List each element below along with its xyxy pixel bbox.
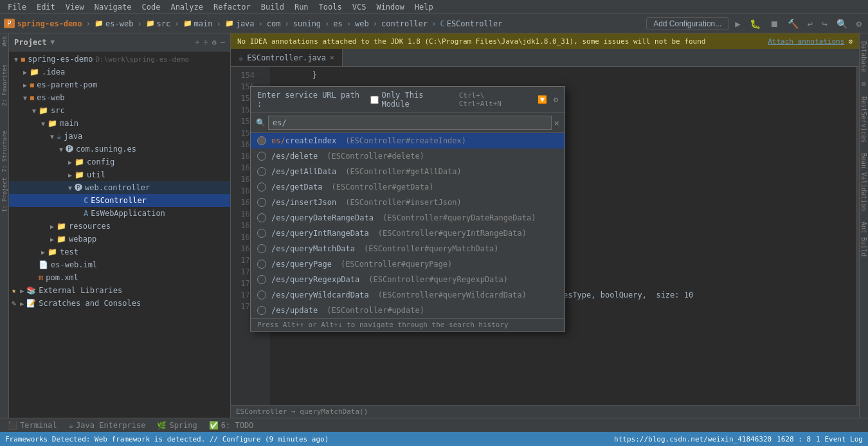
tree-package[interactable]: ▼ 🅟 com.suning.es — [9, 143, 230, 156]
tree-iml[interactable]: 📄 es-web.iml — [9, 258, 230, 271]
menu-run[interactable]: Run — [289, 1, 314, 13]
tree-parent-pom[interactable]: ▶ ◼ es-parent-pom — [9, 78, 230, 91]
menu-help[interactable]: Help — [410, 1, 439, 13]
service-url-input[interactable] — [268, 116, 552, 130]
menu-build[interactable]: Build — [256, 1, 289, 13]
expand-arrow[interactable]: ▶ — [48, 223, 57, 230]
expand-arrow[interactable]: ▼ — [39, 120, 48, 127]
tree-pom[interactable]: m pom.xml — [9, 271, 230, 284]
add-icon[interactable]: + — [195, 38, 199, 47]
menu-navigate[interactable]: Navigate — [89, 1, 137, 13]
settings-popup-icon[interactable]: ⚙ — [554, 95, 558, 104]
build-button[interactable]: 🔨 — [785, 17, 801, 30]
tree-eswebapp[interactable]: A EsWebApplication — [9, 207, 230, 220]
tree-util[interactable]: ▶ 📁 util — [9, 168, 230, 181]
menu-vcs[interactable]: VCS — [347, 1, 372, 13]
expand-arrow[interactable]: ▶ — [66, 172, 75, 179]
bc-controller[interactable]: controller — [381, 19, 428, 28]
result-item-createindex[interactable]: es/createIndex (ESController#createIndex… — [251, 133, 565, 148]
menu-view[interactable]: View — [60, 1, 89, 13]
menu-analyze[interactable]: Analyze — [165, 1, 208, 13]
expand-arrow[interactable]: ▶ — [21, 69, 30, 76]
bc-suning[interactable]: suning — [293, 19, 321, 28]
bottom-tab-spring[interactable]: 🌿 Spring — [152, 420, 202, 431]
result-item-queryregexp[interactable]: /es/queryRegexpData (ESController#queryR… — [251, 272, 565, 287]
bc-es[interactable]: es — [333, 19, 342, 28]
tree-root[interactable]: ▼ ◼ spring-es-demo D:\work\spring-es-dem… — [9, 53, 230, 66]
only-this-module-checkbox[interactable] — [370, 96, 379, 104]
result-item-getalldata[interactable]: /es/getAllData (ESController#getAllData) — [251, 164, 565, 179]
sidebar-tab-web[interactable]: Web — [1, 36, 8, 46]
bc-web[interactable]: web — [355, 19, 369, 28]
menu-refactor[interactable]: Refactor — [208, 1, 256, 13]
bc-main[interactable]: 📁 main — [183, 19, 213, 28]
result-item-querydaterange[interactable]: /es/queryDateRangeData (ESController#que… — [251, 210, 565, 226]
sidebar-tab-1project[interactable]: 1: Project — [1, 177, 8, 212]
sidebar-tab-structure[interactable]: 7: Structure — [1, 130, 8, 172]
bc-com[interactable]: com — [267, 19, 281, 28]
bc-escontroller[interactable]: C ESController — [440, 19, 502, 28]
result-item-querymatch[interactable]: /es/queryMatchData (ESController#queryMa… — [251, 241, 565, 256]
menu-window[interactable]: Window — [371, 1, 409, 13]
sidebar-tab-favorites[interactable]: 2: Favorites — [1, 64, 8, 106]
right-tab-antbuild[interactable]: Ant Build — [860, 217, 868, 262]
result-item-getdata[interactable]: /es/getData (ESController#getData) — [251, 179, 565, 195]
expand-arrow[interactable]: ▼ — [48, 133, 57, 140]
expand-arrow[interactable]: ▼ — [30, 107, 39, 114]
expand-arrow[interactable]: ▼ — [57, 146, 66, 153]
bottom-tab-terminal[interactable]: ⬛ Terminal — [3, 420, 62, 431]
tree-escontroller[interactable]: C ESController — [9, 194, 230, 207]
expand-arrow[interactable]: ▶ — [17, 287, 26, 294]
result-item-querywildcard[interactable]: /es/queryWildcardData (ESController#quer… — [251, 287, 565, 303]
search-everywhere-button[interactable]: 🔍 — [834, 17, 850, 30]
redo-button[interactable]: ↪ — [819, 17, 829, 30]
project-name[interactable]: spring-es-demo — [17, 19, 82, 28]
menu-file[interactable]: File — [3, 1, 32, 13]
stop-button[interactable]: ⏹ — [767, 17, 781, 30]
expand-arrow[interactable]: ▶ — [39, 249, 48, 256]
layout-icon[interactable]: ÷ — [203, 38, 208, 47]
settings-icon[interactable]: ⚙ — [212, 38, 217, 47]
clear-search-icon[interactable]: ✕ — [554, 118, 559, 128]
add-configuration-button[interactable]: Add Configuration... — [646, 17, 728, 30]
editor-resize-handle[interactable] — [856, 67, 859, 405]
event-log-status[interactable]: 1 Event Log — [816, 435, 863, 443]
expand-arrow[interactable]: ▼ — [21, 94, 30, 102]
right-tab-maven[interactable]: m — [860, 77, 868, 91]
tree-resources[interactable]: ▶ 📁 resources — [9, 220, 230, 233]
bc-src[interactable]: 📁 src — [146, 19, 171, 28]
popup-checkbox-label[interactable]: Only This Module — [370, 91, 452, 109]
expand-arrow[interactable]: ▶ — [66, 159, 75, 166]
tree-src[interactable]: ▼ 📁 src — [9, 104, 230, 117]
expand-arrow[interactable]: ▼ — [66, 184, 75, 192]
project-panel-dropdown[interactable]: ▼ — [51, 38, 55, 46]
notification-settings-icon[interactable]: ⚙ — [848, 37, 853, 46]
right-tab-beanvalidation[interactable]: Bean Validation — [860, 148, 868, 216]
undo-button[interactable]: ↩ — [805, 17, 815, 30]
bottom-tab-java-enterprise[interactable]: ☕ Java Enterprise — [64, 420, 151, 431]
tree-webapp[interactable]: ▶ 📁 webapp — [9, 233, 230, 245]
tree-idea[interactable]: ▶ 📁 .idea — [9, 66, 230, 78]
result-item-update[interactable]: /es/update (ESController#update) — [251, 303, 565, 318]
tab-escontroller[interactable]: ☕ ESController.java ✕ — [231, 49, 343, 66]
expand-arrow[interactable]: ▶ — [48, 236, 57, 243]
attach-annotations-link[interactable]: Attach annotations — [768, 37, 844, 46]
bc-java[interactable]: 📁 java — [225, 19, 255, 28]
settings-button[interactable]: ⚙ — [854, 17, 864, 30]
tree-main[interactable]: ▼ 📁 main — [9, 117, 230, 130]
bc-es-web[interactable]: 📁 es-web — [95, 19, 133, 28]
bottom-tab-todo[interactable]: ✅ 6: TODO — [204, 420, 259, 431]
menu-code[interactable]: Code — [137, 1, 166, 13]
expand-arrow[interactable]: ▼ — [12, 56, 21, 63]
tree-config[interactable]: ▶ 📁 config — [9, 156, 230, 168]
csdn-link[interactable]: https://blog.csdn.net/weixin_41846320 — [614, 435, 772, 443]
result-item-querypage[interactable]: /es/queryPage (ESController#queryPage) — [251, 256, 565, 272]
right-tab-restservices[interactable]: RestServices — [860, 91, 868, 148]
tab-close-icon[interactable]: ✕ — [330, 53, 334, 62]
result-item-insertjson[interactable]: /es/insertJson (ESController#insertJson) — [251, 195, 565, 210]
result-item-delete[interactable]: /es/delete (ESController#delete) — [251, 148, 565, 164]
frameworks-status[interactable]: Frameworks Detected: Web framework is de… — [5, 435, 329, 443]
menu-tools[interactable]: Tools — [314, 1, 347, 13]
right-tab-database[interactable]: Database — [860, 36, 868, 77]
tree-java[interactable]: ▼ ☕ java — [9, 130, 230, 143]
